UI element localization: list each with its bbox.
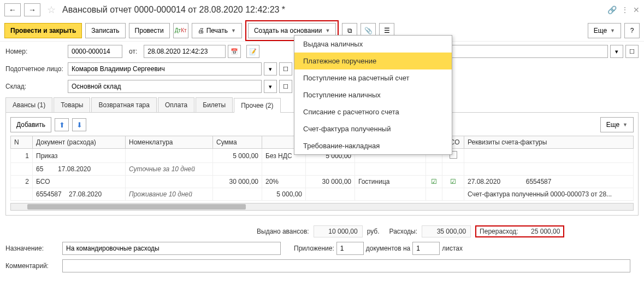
date-input[interactable] [144, 45, 226, 58]
col-req: Реквизиты счета-фактуры [464, 136, 634, 149]
advances-value: 10 000,00 [314, 225, 363, 237]
menu-item[interactable]: Поступление на расчетный счет [294, 69, 452, 86]
col-n: N [11, 136, 33, 149]
table-row[interactable]: 6554587 27.08.2020 Проживание 10 дней 5 … [11, 188, 634, 201]
person-dropdown-icon[interactable]: ▾ [264, 62, 277, 76]
overspend-value: 25 000,00 [531, 228, 560, 235]
purpose-label: Назначение: [5, 245, 60, 252]
horizontal-scrollbar[interactable] [10, 203, 634, 211]
tab-returnable[interactable]: Возвратная тара [91, 97, 157, 112]
tab-advances[interactable]: Авансы (1) [5, 97, 52, 112]
currency-label: руб. [367, 228, 380, 235]
print-button[interactable]: 🖨 Печать ▼ [192, 23, 242, 38]
forward-button[interactable]: → [24, 3, 40, 16]
more-button[interactable]: Еще ▼ [588, 23, 621, 38]
kebab-icon[interactable]: ⋮ [621, 5, 629, 14]
org-dropdown-icon[interactable]: ▾ [610, 45, 623, 58]
table-row[interactable]: 2 БСО 30 000,00 20% 30 000,00 Гостиница … [11, 176, 634, 188]
attach-count-input[interactable] [336, 242, 364, 255]
warehouse-dropdown-icon[interactable]: ▾ [264, 80, 277, 93]
help-button[interactable]: ? [624, 23, 640, 38]
tab-payment[interactable]: Оплата [158, 97, 194, 112]
col-nom: Номенклатура [126, 136, 213, 149]
docs-on-label: документов на [366, 245, 411, 252]
attach-label: Приложение: [294, 245, 334, 252]
menu-item[interactable]: Поступление наличных [294, 86, 452, 103]
summary-bar: Выдано авансов: 10 000,00 руб. Расходы: … [5, 221, 639, 242]
overspend-highlight: Перерасход: 25 000,00 [475, 225, 564, 237]
warehouse-label: Склад: [5, 83, 66, 90]
expenses-label: Расходы: [389, 228, 418, 235]
col-doc: Документ (расхода) [33, 136, 126, 149]
check-icon[interactable]: ☑ [426, 176, 442, 188]
titlebar: ← → ☆ Авансовый отчет 0000-000014 от 28.… [0, 0, 644, 20]
window-title: Авансовый отчет 0000-000014 от 28.08.202… [62, 5, 285, 15]
calendar-icon[interactable]: 📅 [228, 45, 241, 58]
back-button[interactable]: ← [4, 3, 21, 16]
person-input[interactable] [68, 62, 262, 76]
person-open-icon[interactable]: ☐ [279, 62, 292, 76]
menu-item[interactable]: Платежное поручение [294, 53, 452, 69]
close-icon[interactable]: ✕ [633, 5, 640, 14]
menu-item[interactable]: Счет-фактура полученный [294, 120, 452, 137]
number-input[interactable] [68, 45, 122, 58]
add-row-button[interactable]: Добавить [10, 117, 51, 132]
save-button[interactable]: Записать [85, 23, 125, 38]
comment-label: Комментарий: [5, 262, 60, 270]
menu-item[interactable]: Выдача наличных [294, 36, 452, 53]
comment-input[interactable] [62, 259, 630, 272]
move-up-button[interactable]: ⬆ [55, 118, 69, 131]
expenses-value: 35 000,00 [422, 225, 471, 237]
person-label: Подотчетное лицо: [5, 65, 66, 73]
move-down-button[interactable]: ⬇ [72, 118, 86, 131]
sheets-count-input[interactable] [412, 242, 440, 255]
date-label: от: [129, 48, 137, 55]
memo-icon[interactable]: 📝 [246, 45, 259, 58]
post-close-button[interactable]: Провести и закрыть [4, 23, 82, 38]
post-button[interactable]: Провести [129, 23, 170, 38]
link-icon[interactable]: 🔗 [607, 5, 617, 14]
sheets-label: листах [442, 245, 463, 252]
advances-label: Выдано авансов: [257, 228, 309, 235]
star-icon[interactable]: ☆ [47, 4, 56, 16]
table-more-button[interactable]: Еще ▼ [600, 117, 634, 132]
check-icon[interactable]: ☑ [442, 176, 464, 188]
warehouse-input[interactable] [68, 80, 262, 93]
overspend-label: Перерасход: [480, 228, 518, 235]
tab-tickets[interactable]: Билеты [196, 97, 233, 112]
warehouse-open-icon[interactable]: ☐ [279, 80, 292, 93]
menu-item[interactable]: Списание с расчетного счета [294, 103, 452, 120]
org-open-icon[interactable]: ☐ [625, 45, 639, 58]
tab-goods[interactable]: Товары [54, 97, 90, 112]
purpose-input[interactable] [62, 242, 281, 255]
col-sum: Сумма [213, 136, 262, 149]
number-label: Номер: [5, 48, 66, 55]
menu-item[interactable]: Требование-накладная [294, 137, 452, 154]
tab-other[interactable]: Прочее (2) [234, 98, 280, 113]
create-based-menu: Выдача наличных Платежное поручение Пост… [294, 35, 452, 155]
scrollbar-thumb[interactable] [27, 204, 246, 210]
debit-credit-button[interactable]: ДтКт [173, 23, 188, 38]
table-row[interactable]: 65 17.08.2020 Суточные за 10 дней [11, 163, 634, 176]
